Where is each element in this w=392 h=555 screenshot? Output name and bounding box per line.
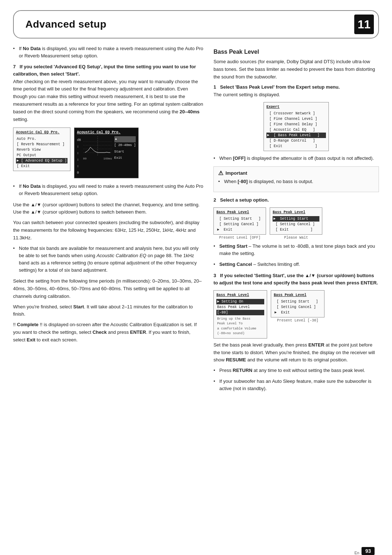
main-content: If No Data is displayed, you will need t…	[0, 39, 392, 396]
eq-graph-db-labels: dB ↕ ↕ ↕ ↕ 0	[77, 136, 81, 176]
bass-peak-intro: Some audio sources (for example, Dolby D…	[213, 58, 379, 81]
step-7: 7 If you selected 'Advanced EQ Setup', i…	[13, 63, 203, 123]
expert-screen: Expert [ Crossover Network ] [ Fine Chan…	[264, 102, 329, 151]
step3-screen-right: Bass Peak Level [ Setting Start ] [ Sett…	[271, 290, 324, 317]
important-heading: Important	[225, 170, 247, 176]
bullet-no-data-2: If No Data is displayed, you will need t…	[13, 183, 203, 197]
eq-graph-content: dB ↕ ↕ ↕ ↕ 0	[77, 136, 136, 176]
bullet-no-data-1: If No Data is displayed, you will need t…	[13, 45, 203, 60]
page-title: Advanced setup	[25, 19, 106, 30]
bullet-six-bands: Note that six bands are available for me…	[13, 245, 203, 274]
screen-acoustic-cal-eq-pro-left: Acoustic Cal EQ Pro. Auto Pro. [ Reverb …	[13, 127, 70, 171]
step1-body: The current setting is displayed.	[213, 92, 280, 97]
screen-group-eq: Acoustic Cal EQ Pro. Auto Pro. [ Reverb …	[13, 127, 203, 178]
body-after-step3: Set the bass peak level gradually, then …	[213, 341, 379, 364]
bullet-return: Press RETURN at any time to exit without…	[213, 367, 379, 374]
step3-screen-right-container: Bass Peak Level [ Setting Start ] [ Sett…	[271, 290, 324, 339]
important-box: ⚠ Important When [-80] is displayed, no …	[213, 166, 379, 192]
step-3: 3 If you selected 'Setting Start', use t…	[213, 272, 379, 287]
step3-screen-right-label: Present Level [-30]	[277, 319, 318, 323]
important-icon: ⚠	[218, 170, 223, 177]
left-column: If No Data is displayed, you will need t…	[13, 45, 203, 396]
bass-peak-level-heading: Bass Peak Level	[213, 49, 379, 55]
body-complete: !! Complete !! is displayed on-screen af…	[13, 321, 203, 344]
step2-screen-right-label: Please Wait	[284, 236, 308, 240]
bullet-autosleep: If your subwoofer has an Auto Sleep feat…	[213, 378, 379, 392]
bullet-setting-cancel: Setting Cancel – Switches limiting off.	[213, 261, 379, 268]
eq-graph-menu: ▲ [ 20–40ms ] Start Exit	[114, 136, 136, 176]
step2-screens: Bass Peak Level [ Setting Start ] [ Sett…	[213, 207, 379, 240]
expert-screen-container: Expert [ Crossover Network ] [ Fine Chan…	[213, 102, 379, 151]
right-column: Bass Peak Level Some audio sources (for …	[213, 45, 379, 396]
bullet-off: When [OFF] is displayed the attenuator i…	[213, 155, 379, 162]
step2-screen-right-container: Bass Peak Level Setting Start [ Setting …	[270, 207, 322, 240]
step3-screen-left-container: Bass Peak Level Setting On Bass Peak Lev…	[213, 290, 267, 339]
body-frequencies: You can switch between your connected sp…	[13, 219, 203, 242]
step3-screen-left: Bass Peak Level Setting On Bass Peak Lev…	[213, 290, 267, 339]
step-2: 2 Select a setup option.	[213, 197, 379, 204]
page-container: Advanced setup 11 If No Data is displaye…	[0, 10, 392, 555]
important-bullet: When [-80] is displayed, no bass is outp…	[218, 178, 374, 185]
step2-screen-left-label: Present Level [OFF]	[219, 236, 261, 240]
eq-graph-svg	[83, 136, 112, 156]
step2-screen-left-container: Bass Peak Level [ Setting Start ] [ Sett…	[213, 207, 266, 240]
step2-screen-right: Bass Peak Level Setting Start [ Setting …	[270, 207, 322, 235]
nav-text: Use the ▲/▼ (cursor up/down) buttons to …	[13, 201, 203, 216]
page-number: 93	[362, 547, 375, 555]
bullet-setting-start: Setting Start – The volume is set to -80…	[213, 243, 379, 257]
step-1: 1 Select 'Bass Peak Level' from the Expe…	[213, 84, 379, 98]
chapter-number: 11	[354, 15, 374, 34]
step3-screens: Bass Peak Level Setting On Bass Peak Lev…	[213, 290, 379, 339]
screen-eq-graph-container: Acoustic Cal EQ Pro. dB ↕ ↕ ↕ ↕ 0	[74, 127, 139, 178]
step2-screen-left: Bass Peak Level [ Setting Start ] [ Sett…	[213, 207, 266, 235]
en-label: En	[355, 551, 359, 555]
step7-body: After checking on the reverb measurement…	[13, 79, 203, 122]
body-finished-start: When you're finished, select Start. It w…	[13, 303, 203, 319]
eq-graph-visual: 80160ms	[83, 136, 112, 176]
screen-acoustic-cal-eq-pro-right: Acoustic Cal EQ Pro. dB ↕ ↕ ↕ ↕ 0	[74, 127, 139, 178]
eq-graph-x-labels: 80160ms	[83, 157, 112, 161]
body-time-periods: Select the setting from the following ti…	[13, 278, 203, 300]
header-bar: Advanced setup 11	[13, 10, 379, 39]
important-title: ⚠ Important	[218, 170, 374, 177]
